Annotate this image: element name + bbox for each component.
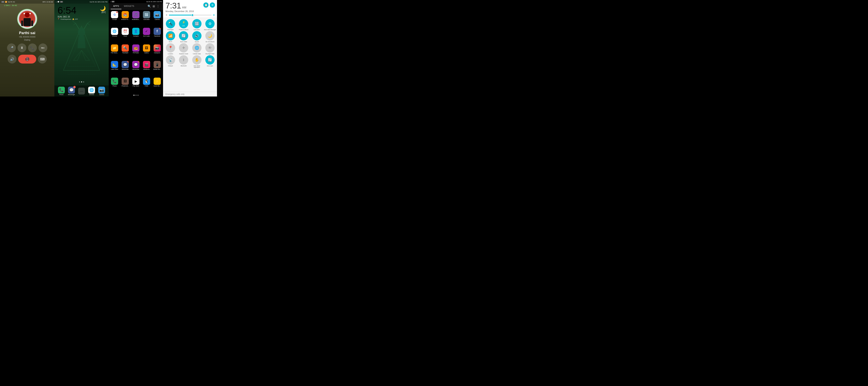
app-flashlight[interactable]: 🔦 Flashlight: [120, 44, 130, 60]
qs-hotspot[interactable]: 📡 Hotspot: [164, 55, 177, 68]
app-chrome[interactable]: 🌐 Chrome: [110, 27, 120, 43]
qs-wifi[interactable]: 📶 Wi-Fi: [164, 31, 177, 42]
app-contacts[interactable]: 👤 Contacts: [131, 27, 141, 43]
speaker-button[interactable]: 🔊: [8, 55, 17, 64]
app-messenger2[interactable]: 💬 2 Messenger: [131, 60, 141, 76]
app-playstore[interactable]: ▶ Play Store: [131, 77, 141, 93]
status-bar-3: ♫ HD VoLTE 4G 60% 6:54 PM: [109, 0, 163, 3]
app-playstore-label: Play Store: [133, 85, 139, 86]
app-playstore-icon: ▶: [132, 78, 140, 85]
app-mobilema-label: Mobile Ma...: [153, 69, 161, 70]
app-contacts-label: Contacts: [133, 35, 139, 37]
emergency-label: Emergency calls only: [163, 92, 217, 97]
app-minimovie[interactable]: 🎬 1 MiniMovie: [141, 60, 152, 76]
end-call-button[interactable]: 📵: [18, 55, 36, 64]
screen-dialing: HD 📶 VoLTE 4G 89% 10:48 AM 1 SIM 1 · Jio…: [0, 0, 54, 97]
add-call-button[interactable]: 📞: [28, 43, 37, 52]
messenger1-badge: 64: [127, 61, 129, 63]
network-label: VoLTE 4G: [8, 1, 15, 3]
qs-airplane[interactable]: ✈ Airplane mode: [178, 43, 190, 55]
qs-autorotate[interactable]: 🔄 Auto-rotate: [178, 31, 190, 42]
grid-icon-apps[interactable]: ⊞: [153, 5, 155, 8]
dock-chrome[interactable]: 🌐 Chrome: [88, 86, 95, 95]
keypad-button[interactable]: ⌨: [38, 55, 47, 64]
qs-autostart[interactable]: ⚙ Auto-start Manager: [204, 19, 216, 30]
app-doitlater[interactable]: ✓ Do It Later: [141, 27, 152, 43]
dock-messenger[interactable]: 💬 64 Messenger: [68, 86, 75, 95]
app-filemanager[interactable]: 📁 File Mana...: [110, 44, 120, 60]
mute-button[interactable]: 🎤: [7, 43, 16, 52]
hold-button[interactable]: ⏸: [18, 43, 26, 52]
dot-2[interactable]: [81, 81, 82, 82]
qs-calculator[interactable]: 🔢 Calculator: [191, 19, 203, 30]
dock-chrome-label: Chrome: [89, 94, 94, 95]
app-google[interactable]: G 999+ Google: [110, 10, 120, 27]
app-fmradio[interactable]: 📻 FM Radio: [131, 44, 141, 60]
qs-dnd[interactable]: 🌙 Do not disturb: [204, 31, 216, 42]
qs-flashlight[interactable]: 🔦 Flashlight: [164, 19, 177, 30]
qs-cellular-icon: 🌐: [192, 43, 202, 52]
dot-3[interactable]: [83, 81, 84, 82]
dock-apps[interactable]: ⋯: [78, 87, 85, 95]
brightness-low-icon: ☀: [165, 14, 168, 16]
qs-onehand[interactable]: ✋ One Hand Operation: [191, 55, 203, 68]
app-contacts-icon: 👤: [132, 28, 140, 35]
app-puffin[interactable]: 🐧 Puffin: [141, 77, 152, 93]
deer-background: [61, 20, 102, 76]
qs-bluelight-icon: 👁: [205, 43, 215, 52]
qs-cellular[interactable]: 🌐 Cellular data: [191, 43, 203, 55]
app-laserrule[interactable]: 📐 Laser Ruler: [110, 60, 120, 76]
app-mobilema[interactable]: 📱 Mobile Ma...: [152, 60, 162, 76]
dock-camera[interactable]: 📷 Camera: [98, 86, 105, 95]
app-clock[interactable]: ⏰ Clock: [120, 27, 130, 43]
app-instagram-icon: 📷: [154, 44, 161, 52]
qs-sound[interactable]: 🔊 Sound: [191, 31, 203, 42]
apps-grid: G 999+ Google 📚 Amazon Ki... 🎵 AudioWiza…: [109, 9, 163, 94]
qs-bluelight[interactable]: 👁 Bluelight Filter: [204, 43, 216, 55]
apps-dot-1[interactable]: [133, 95, 134, 96]
app-camera[interactable]: 📷 Camera: [152, 10, 162, 27]
search-icon-apps[interactable]: 🔍: [148, 5, 151, 8]
home-page-dots: [54, 81, 109, 82]
qs-autostart-icon: ⚙: [205, 19, 215, 28]
qs-autosync[interactable]: 🔄 Auto-sync: [204, 55, 216, 68]
app-camera-icon: 📷: [154, 11, 161, 18]
qs-bluetooth[interactable]: ᛒ Bluetooth: [178, 55, 190, 68]
app-calculator[interactable]: 🔢 Calculator: [141, 10, 152, 27]
apps-dot-2[interactable]: [135, 95, 136, 96]
battery-apps: 60%: [153, 1, 156, 2]
record-button[interactable]: REC: [38, 43, 47, 52]
dock-phone[interactable]: 📞 Phone: [58, 86, 65, 95]
more-icon-apps[interactable]: ⋮: [157, 5, 159, 8]
dot-1[interactable]: [79, 81, 80, 82]
qs-notes-button[interactable]: 📋: [203, 2, 209, 8]
app-instagram[interactable]: 📷 Instagram: [152, 44, 162, 60]
qs-hotspot-label: Hotspot: [168, 65, 173, 67]
tab-widgets[interactable]: WIDGETS: [121, 3, 136, 9]
qs-calculator-icon: 🔢: [192, 19, 202, 28]
qs-powerboost[interactable]: ⚡1GB Power & Boost: [178, 19, 190, 30]
brightness-slider[interactable]: ☀ ⚙: [165, 12, 215, 17]
app-gallery[interactable]: 🖼 Gallery: [141, 44, 152, 60]
brightness-thumb[interactable]: [191, 14, 194, 16]
qs-location[interactable]: 📍 Location: [164, 43, 177, 55]
tab-apps[interactable]: APPS: [111, 3, 121, 9]
app-quickme[interactable]: ⚡ Quick Me...: [152, 77, 162, 93]
qs-time-display: 7:31 AM: [165, 2, 194, 10]
app-photocoll[interactable]: 🖼 PhotoColl...: [120, 77, 130, 93]
qs-date: Monday, December 26, 2016: [165, 10, 194, 12]
app-messenger1[interactable]: 💬 64 Messenger: [120, 60, 130, 76]
app-phone[interactable]: 📞 Phone: [110, 77, 120, 93]
qs-settings-button[interactable]: ⚙: [210, 2, 215, 8]
qs-bluelight-label: Bluelight Filter: [206, 53, 214, 55]
mute-icon: 🎤: [9, 46, 13, 50]
app-facebook-icon: f 2: [154, 28, 161, 35]
apps-dot-3[interactable]: [137, 95, 138, 96]
dock-phone-icon: 📞: [58, 86, 65, 94]
app-amazon[interactable]: 📚 Amazon Ki...: [120, 10, 130, 27]
app-facebook[interactable]: f 2 Facebook: [152, 27, 162, 43]
qs-hotspot-icon: 📡: [166, 55, 175, 65]
app-audiowizard[interactable]: 🎵 AudioWiza...: [131, 10, 141, 27]
app-phone-icon: 📞: [111, 78, 118, 85]
qs-powerboost-icon: ⚡1GB: [179, 19, 188, 28]
